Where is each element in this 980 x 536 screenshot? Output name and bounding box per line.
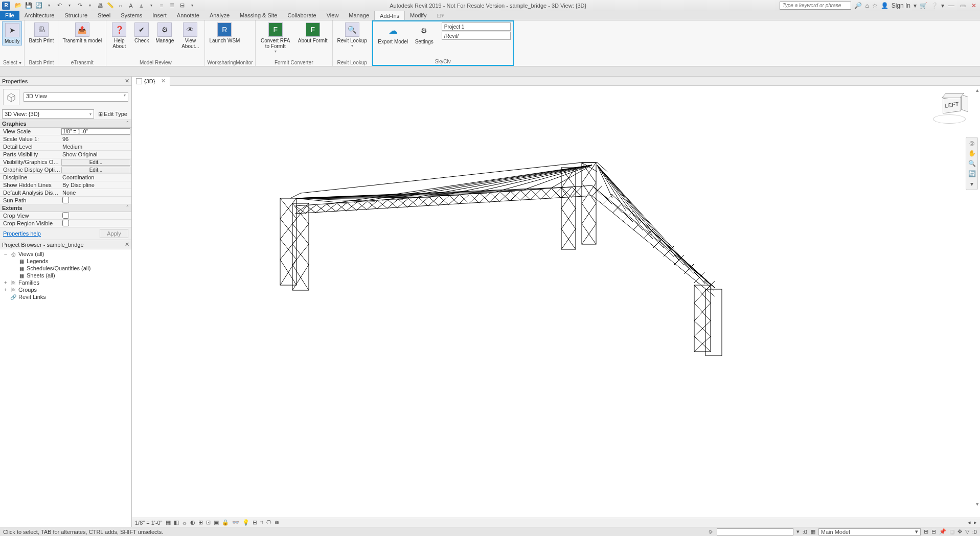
prop-input[interactable]	[61, 128, 130, 135]
lock-3d-icon[interactable]: 🔒	[222, 519, 229, 526]
edit-type-button[interactable]: ⊞ Edit Type	[96, 111, 129, 118]
export-model-button[interactable]: ☁ Export Model	[375, 22, 411, 45]
qat-custom-icon[interactable]: ▾	[188, 2, 196, 10]
prop-row[interactable]: Parts VisibilityShow Original	[0, 151, 131, 158]
chevron-down-icon[interactable]: ▾	[796, 528, 800, 535]
modify-button[interactable]: ➤ Modify	[2, 21, 22, 45]
help-icon[interactable]: ❔	[930, 2, 938, 9]
workset-input[interactable]	[717, 528, 793, 535]
ribbon-expand-icon[interactable]: ⊡▾	[431, 11, 449, 20]
measure-icon[interactable]: 📏	[106, 2, 115, 10]
tab-manage[interactable]: Manage	[344, 11, 374, 20]
worksharing-display-icon[interactable]: ⊟	[253, 519, 257, 526]
highlight-icon[interactable]: ⎔	[266, 519, 271, 526]
sun-path-icon[interactable]: ☼	[182, 520, 187, 526]
tab-systems[interactable]: Systems	[116, 11, 147, 20]
tab-analyze[interactable]: Analyze	[204, 11, 235, 20]
convert-rfa-button[interactable]: F Convert RFA to FormIt ▾	[258, 21, 293, 55]
prop-row[interactable]: Graphic Display OptionsEdit...	[0, 166, 131, 174]
detail-level-icon[interactable]: ▦	[166, 519, 171, 526]
select-pinned-icon[interactable]: 📌	[939, 528, 946, 535]
prop-row[interactable]: Crop View	[0, 212, 131, 220]
help-about-button[interactable]: ❓ Help About	[108, 21, 130, 50]
prop-value[interactable]: By Discipline	[60, 182, 131, 188]
exchange-icon[interactable]: 🛒	[920, 2, 927, 9]
prop-value[interactable]	[60, 128, 131, 135]
view-tab-close-icon[interactable]: ✕	[161, 78, 166, 84]
text-icon[interactable]: A	[127, 2, 135, 10]
drag-elements-icon[interactable]: ✥	[958, 528, 962, 535]
expand-icon[interactable]: +	[3, 279, 8, 286]
batch-print-button[interactable]: 🖶 Batch Print	[27, 21, 56, 44]
tab-structure[interactable]: Structure	[59, 11, 93, 20]
filter-icon[interactable]: ▽	[965, 528, 969, 535]
rendering-icon[interactable]: ⊞	[198, 519, 203, 526]
viewcube-side[interactable]	[961, 94, 968, 112]
prop-row[interactable]: Visibility/Graphics Overri...Edit...	[0, 158, 131, 166]
reveal-hidden-icon[interactable]: 💡	[242, 519, 249, 526]
tab-file[interactable]: File	[0, 11, 19, 20]
prop-row[interactable]: Default Analysis Display S...None	[0, 189, 131, 197]
search-input[interactable]	[780, 2, 851, 10]
align-icon[interactable]: ≡	[157, 2, 166, 10]
crop-region-icon[interactable]: ▣	[214, 519, 219, 526]
prop-value[interactable]	[60, 220, 131, 227]
type-selector[interactable]: 3D View ▾	[24, 92, 128, 102]
vcbar-scroll-right-icon[interactable]: ▸	[974, 519, 977, 526]
qat-dropdown-icon[interactable]: ▾	[45, 2, 53, 10]
canvas-scroll-up-icon[interactable]: ▴	[976, 87, 979, 94]
viewcube-face[interactable]: LEFT	[943, 96, 961, 113]
properties-list[interactable]: Graphics ⌃ View ScaleScale Value 1:96Det…	[0, 120, 131, 227]
transmit-model-button[interactable]: 📤 Transmit a model	[60, 21, 104, 44]
close-views-icon[interactable]: ⊟	[178, 2, 186, 10]
skyciv-settings-button[interactable]: ⚙ Settings	[413, 22, 436, 45]
tree-item[interactable]: ▦Sheets (all)	[2, 272, 129, 279]
navbar-expand-icon[interactable]: ▾	[970, 180, 973, 188]
tab-addins[interactable]: Add-Ins	[374, 11, 405, 20]
prop-row[interactable]: Crop Region Visible	[0, 220, 131, 227]
tab-modify[interactable]: Modify	[405, 11, 431, 20]
workset-icon[interactable]: ⛭	[708, 529, 714, 535]
prop-value[interactable]: Coordination	[60, 174, 131, 180]
user-icon[interactable]: 👤	[881, 2, 888, 9]
manage-button[interactable]: ⚙ Manage	[153, 21, 176, 44]
browser-close-icon[interactable]: ✕	[125, 241, 129, 248]
full-nav-wheel-icon[interactable]: ◎	[969, 139, 974, 147]
prop-value[interactable]: Medium	[60, 144, 131, 150]
prop-value[interactable]: Edit...	[60, 159, 131, 166]
instance-selector[interactable]: 3D View: {3D} ▾	[2, 109, 94, 119]
select-face-icon[interactable]: ⬚	[949, 528, 954, 535]
tab-annotate[interactable]: Annotate	[172, 11, 204, 20]
view-about-button[interactable]: 👁 View About...	[178, 21, 202, 50]
help-dropdown-icon[interactable]: ▾	[941, 2, 944, 9]
temp-hide-icon[interactable]: 👓	[232, 519, 239, 526]
prop-checkbox[interactable]	[62, 220, 69, 226]
undo-dropdown-icon[interactable]: ▾	[65, 2, 74, 10]
background-icon[interactable]: :0	[972, 529, 977, 535]
properties-close-icon[interactable]: ✕	[125, 78, 129, 84]
prop-value[interactable]: 96	[60, 136, 131, 142]
tab-collaborate[interactable]: Collaborate	[282, 11, 321, 20]
group-graphics[interactable]: Graphics ⌃	[0, 120, 131, 128]
view-scale-display[interactable]: 1/8" = 1'-0"	[135, 520, 163, 526]
group-extents[interactable]: Extents ⌃	[0, 204, 131, 212]
shadows-icon[interactable]: ◐	[190, 519, 195, 526]
revit-lookup-button[interactable]: 🔍 Revit Lookup ▾	[335, 21, 370, 49]
browser-tree[interactable]: −◎Views (all)▦Legends▦Schedules/Quantiti…	[0, 249, 131, 527]
visual-style-icon[interactable]: ◧	[174, 519, 179, 526]
expand-icon[interactable]: +	[3, 287, 8, 293]
thin-lines-icon[interactable]: ≣	[168, 2, 176, 10]
tab-massing[interactable]: Massing & Site	[235, 11, 282, 20]
prop-checkbox[interactable]	[62, 212, 69, 219]
editable-only-icon[interactable]: ▦	[810, 528, 815, 535]
prop-value[interactable]	[60, 212, 131, 220]
tree-item[interactable]: −◎Views (all)	[2, 250, 129, 258]
prop-row[interactable]: Sun Path	[0, 197, 131, 204]
design-options-selector[interactable]: Main Model ▾	[818, 528, 921, 535]
prop-row[interactable]: Detail LevelMedium	[0, 143, 131, 151]
tab-view[interactable]: View	[322, 11, 344, 20]
prop-value[interactable]	[60, 197, 131, 204]
pan-icon[interactable]: ✋	[968, 150, 976, 157]
tag-dropdown-icon[interactable]: ▾	[147, 2, 155, 10]
tag-icon[interactable]: ⍋	[137, 2, 145, 10]
